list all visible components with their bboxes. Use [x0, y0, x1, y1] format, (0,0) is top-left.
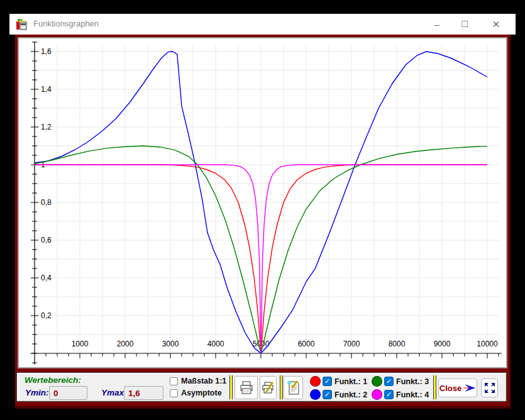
massstab-checkbox[interactable]	[170, 377, 178, 385]
separator	[280, 375, 283, 399]
svg-text:9000: 9000	[434, 340, 451, 348]
svg-text:8000: 8000	[389, 340, 406, 348]
client-area: 1000200030004000500060007000800090001000…	[9, 35, 516, 420]
control-panel: Wertebereich: Ymin: Ymax: Maßstab 1:1 As…	[16, 372, 507, 402]
app-icon	[16, 18, 28, 30]
svg-text:0,6: 0,6	[41, 236, 52, 245]
function-1-label: Funkt.: 1	[334, 377, 367, 386]
close-button[interactable]: Close	[438, 379, 477, 397]
asymptote-label: Asymptote	[181, 389, 222, 397]
function-3-label: Funkt.: 3	[396, 377, 429, 386]
svg-text:1,4: 1,4	[41, 85, 52, 94]
asymptote-checkbox[interactable]	[170, 389, 178, 397]
fullscreen-button[interactable]	[481, 379, 498, 397]
function-2-color-swatch	[310, 389, 321, 400]
svg-text:1,6: 1,6	[41, 47, 52, 56]
maximize-button[interactable]: ☐	[451, 14, 478, 35]
svg-text:3000: 3000	[162, 340, 179, 348]
function-4-checkbox[interactable]: ✓	[384, 390, 394, 399]
function-4-label: Funkt.: 4	[396, 390, 429, 399]
function-2-checkbox[interactable]: ✓	[323, 390, 332, 399]
svg-text:0,4: 0,4	[41, 274, 52, 282]
svg-text:1,2: 1,2	[41, 123, 52, 131]
function-1-checkbox[interactable]: ✓	[323, 377, 332, 386]
svg-text:2000: 2000	[117, 340, 134, 348]
wertebereich-label: Wertebereich:	[25, 375, 81, 385]
separator	[433, 375, 436, 399]
svg-text:7000: 7000	[343, 340, 360, 348]
printer-setup-icon	[262, 380, 275, 395]
close-arrow-icon	[463, 383, 476, 393]
massstab-label: Maßstab 1:1	[181, 377, 226, 385]
function-2-label: Funkt.: 2	[334, 390, 367, 399]
svg-text:1000: 1000	[72, 340, 89, 348]
minimize-button[interactable]: –	[423, 14, 451, 35]
ymin-label: Ymin:	[25, 388, 49, 397]
page-edit-icon	[286, 380, 301, 395]
separator	[229, 375, 233, 399]
function-3-checkbox[interactable]: ✓	[384, 377, 394, 386]
svg-text:6000: 6000	[298, 340, 315, 348]
ymax-input[interactable]	[124, 386, 163, 400]
svg-text:4000: 4000	[207, 340, 224, 348]
svg-text:0,2: 0,2	[41, 311, 52, 320]
print-button[interactable]	[235, 376, 258, 399]
printer-icon	[239, 380, 254, 395]
title-bar: Funktionsgraphen – ☐ ✕	[9, 14, 516, 35]
svg-text:0,8: 0,8	[41, 198, 52, 207]
edit-functions-button[interactable]	[284, 376, 303, 399]
close-window-button[interactable]: ✕	[482, 14, 510, 35]
window-title: Funktionsgraphen	[33, 19, 99, 28]
function-1-color-swatch	[310, 376, 321, 387]
function-plot: 1000200030004000500060007000800090001000…	[19, 38, 506, 367]
form-background: 1000200030004000500060007000800090001000…	[15, 35, 511, 409]
svg-text:10000: 10000	[477, 340, 498, 348]
function-3-color-swatch	[372, 376, 382, 387]
chart-panel: 1000200030004000500060007000800090001000…	[18, 37, 507, 368]
ymax-label: Ymax:	[101, 388, 127, 397]
close-button-label: Close	[439, 384, 461, 393]
print-setup-button[interactable]	[260, 376, 277, 399]
function-4-color-swatch	[372, 389, 382, 400]
ymin-input[interactable]	[49, 386, 87, 400]
expand-arrows-icon	[484, 382, 496, 394]
